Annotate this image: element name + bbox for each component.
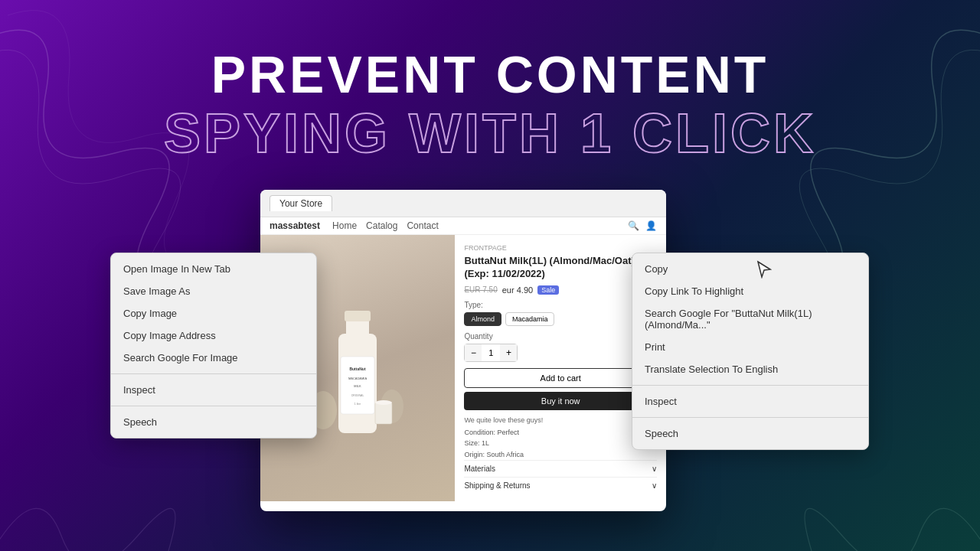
meta-condition: Condition: Perfect (464, 427, 657, 438)
svg-text:MACADAMIA: MACADAMIA (348, 377, 368, 380)
ctx-translate[interactable]: Translate Selection To English (632, 358, 868, 380)
headline-block: PREVENT CONTENT SPYING WITH 1 CLICK (0, 46, 980, 164)
nav-contact[interactable]: Contact (407, 220, 438, 231)
product-title: ButtaNut Milk(1L) (Almond/Mac/Oat)(Exp: … (464, 255, 657, 281)
qty-minus-button[interactable]: − (465, 344, 482, 361)
quantity-label: Quantity (464, 332, 657, 341)
ctx-copy-image-address[interactable]: Copy Image Address (111, 324, 316, 347)
account-icon[interactable]: 👤 (645, 220, 657, 231)
ctx-section-inspect-right: Inspect (632, 386, 868, 418)
ctx-inspect-left[interactable]: Inspect (111, 379, 316, 401)
svg-text:ButtaNut: ButtaNut (350, 367, 366, 371)
ctx-inspect-right[interactable]: Inspect (632, 390, 868, 412)
browser-nav: massabtest Home Catalog Contact 🔍 👤 (260, 217, 666, 235)
ctx-save-image-as[interactable]: Save Image As (111, 280, 316, 302)
accordion-materials-chevron: ∨ (652, 465, 657, 473)
ctx-section-image-options: Open Image In New Tab Save Image As Copy… (111, 253, 316, 374)
nav-brand: massabtest (270, 220, 320, 231)
headline-line2: SPYING WITH 1 CLICK (0, 103, 980, 164)
ctx-speech-left[interactable]: Speech (111, 411, 316, 433)
sale-badge: Sale (537, 285, 559, 295)
ctx-copy-link-highlight[interactable]: Copy Link To Highlight (632, 280, 868, 302)
nav-links: Home Catalog Contact (332, 220, 439, 231)
svg-text:ORIGINAL: ORIGINAL (351, 394, 364, 397)
ctx-copy[interactable]: Copy (632, 258, 868, 280)
accordion-materials-label: Materials (464, 465, 495, 473)
accordion-shipping-label: Shipping & Returns (464, 481, 530, 490)
accordion-materials[interactable]: Materials ∨ (464, 460, 657, 477)
browser-bar: Your Store (260, 190, 666, 217)
type-label: Type: (464, 301, 657, 309)
product-bottle-image: ButtaNut MACADAMIA MILK ORIGINAL 1 litre (308, 288, 407, 448)
ctx-speech-right[interactable]: Speech (632, 422, 868, 445)
type-buttons: Almond Macadamia (464, 312, 657, 326)
search-icon[interactable]: 🔍 (628, 220, 639, 231)
browser-mockup: Your Store massabtest Home Catalog Conta… (260, 190, 666, 511)
browser-icons: 🔍 👤 (628, 220, 657, 231)
context-menu-image: Open Image In New Tab Save Image As Copy… (110, 253, 317, 439)
ctx-print[interactable]: Print (632, 336, 868, 358)
svg-rect-4 (345, 311, 371, 321)
type-macadamia[interactable]: Macadamia (505, 312, 555, 326)
context-menu-text: Copy Copy Link To Highlight Search Googl… (632, 253, 869, 450)
product-price-area: EUR 7.50 eur 4.90 Sale (464, 285, 657, 295)
headline-line1: PREVENT CONTENT (0, 46, 980, 103)
browser-content: ButtaNut MACADAMIA MILK ORIGINAL 1 litre… (260, 235, 666, 501)
quantity-control: − 1 + (464, 344, 518, 362)
ctx-search-google-text[interactable]: Search Google For "ButtaNut Milk(1L) (Al… (632, 302, 868, 336)
nav-catalog[interactable]: Catalog (366, 220, 397, 231)
svg-text:1 litre: 1 litre (354, 403, 361, 406)
ctx-section-speech-right: Speech (632, 418, 868, 449)
product-description: We quite love these guys! (464, 416, 657, 424)
buy-now-button[interactable]: Buy it now (464, 392, 657, 410)
ctx-open-image-new-tab[interactable]: Open Image In New Tab (111, 258, 316, 280)
meta-origin: Origin: South Africa (464, 449, 657, 460)
type-almond[interactable]: Almond (464, 312, 501, 326)
price-old: EUR 7.50 (464, 285, 497, 294)
product-meta: Condition: Perfect Size: 1L Origin: Sout… (464, 427, 657, 460)
svg-text:MILK: MILK (354, 384, 362, 388)
browser-tab[interactable]: Your Store (270, 195, 332, 211)
accordion-shipping-chevron: ∨ (652, 481, 657, 490)
qty-plus-button[interactable]: + (500, 344, 517, 361)
accordion-shipping[interactable]: Shipping & Returns ∨ (464, 477, 657, 494)
qty-value: 1 (482, 348, 500, 357)
ctx-section-inspect: Inspect (111, 374, 316, 406)
svg-rect-11 (375, 403, 392, 424)
ctx-copy-image[interactable]: Copy Image (111, 302, 316, 324)
product-breadcrumb: FRONTPAGE (464, 244, 657, 252)
nav-home[interactable]: Home (332, 220, 357, 231)
add-to-cart-button[interactable]: Add to cart (464, 368, 657, 388)
svg-point-12 (375, 400, 392, 405)
ctx-search-google-image[interactable]: Search Google For Image (111, 347, 316, 369)
meta-size: Size: 1L (464, 438, 657, 448)
ctx-section-text-options: Copy Copy Link To Highlight Search Googl… (632, 253, 868, 386)
price-new: eur 4.90 (502, 285, 533, 295)
ctx-section-speech-left: Speech (111, 406, 316, 438)
